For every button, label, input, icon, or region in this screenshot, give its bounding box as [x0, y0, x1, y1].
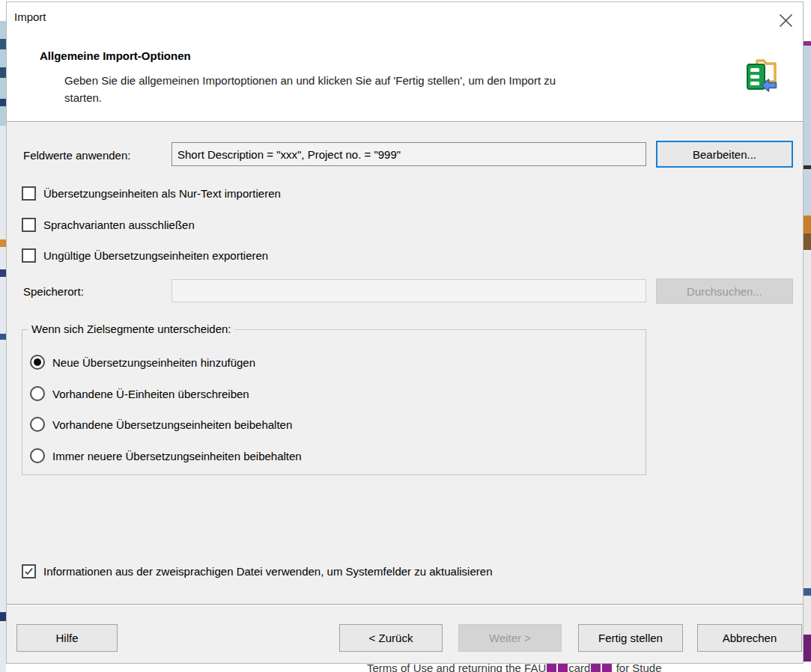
import-dialog: Import Allgemeine Import-Optionen Geben …	[6, 1, 804, 664]
purple-block-icon	[558, 664, 568, 672]
checkbox-unchecked-icon	[22, 218, 36, 232]
radio-add-new-tus[interactable]: Neue Übersetzungseinheiten hinzufügen	[30, 355, 255, 370]
radio-label: Vorhandene Ü-Einheiten überschreiben	[52, 388, 249, 400]
background-decoration	[804, 216, 811, 233]
cancel-button[interactable]: Abbrechen	[697, 624, 802, 652]
page-description-line: Geben Sie die allgemeinen Importoptionen…	[64, 72, 556, 89]
background-decoration	[804, 169, 811, 216]
page-description-line: starten.	[64, 89, 556, 106]
background-decoration	[0, 99, 6, 106]
background-decoration	[0, 334, 6, 340]
purple-block-icon	[591, 664, 601, 672]
background-left-strip	[0, 21, 6, 672]
background-decoration	[0, 269, 6, 277]
help-button[interactable]: Hilfe	[16, 624, 118, 652]
back-button[interactable]: < Zurück	[339, 624, 443, 652]
background-decoration	[804, 233, 811, 250]
location-input	[171, 279, 646, 302]
background-decoration	[0, 126, 6, 672]
page-title: Allgemeine Import-Optionen	[40, 49, 191, 62]
checkbox-import-plain-text[interactable]: Übersetzungseinheiten als Nur-Text impor…	[22, 186, 281, 201]
checkbox-unchecked-icon	[22, 248, 36, 263]
background-decoration	[0, 67, 6, 78]
footer-divider	[7, 604, 803, 605]
edit-button[interactable]: Bearbeiten...	[656, 141, 793, 168]
radio-unselected-icon	[30, 417, 45, 432]
background-decoration	[804, 46, 811, 165]
background-decoration	[0, 39, 6, 49]
radio-label: Immer neuere Übersetzungseinheiten beibe…	[52, 450, 302, 462]
screen: Terms of Use and returning the FAUcard f…	[0, 0, 811, 672]
checkbox-label: Übersetzungseinheiten als Nur-Text impor…	[43, 187, 281, 200]
purple-block-icon	[602, 664, 612, 672]
radio-unselected-icon	[30, 386, 45, 401]
radio-selected-icon	[30, 355, 45, 370]
close-icon	[779, 13, 793, 28]
close-button[interactable]	[776, 10, 795, 30]
radio-label: Neue Übersetzungseinheiten hinzufügen	[52, 356, 255, 369]
checkbox-label: Informationen aus der zweisprachigen Dat…	[43, 565, 492, 578]
background-decoration	[804, 588, 811, 596]
background-decoration	[804, 0, 811, 41]
location-label: Speicherort:	[23, 285, 84, 298]
checkbox-unchecked-icon	[22, 186, 36, 201]
window-title: Import	[14, 10, 46, 23]
checkbox-use-bilingual-info[interactable]: Informationen aus der zweisprachigen Dat…	[22, 564, 492, 578]
background-decoration	[0, 239, 6, 247]
dialog-header: Import Allgemeine Import-Optionen Geben …	[7, 2, 803, 121]
groupbox-legend: Wenn sich Zielsegmente unterscheiden:	[28, 323, 235, 335]
checkbox-export-invalid-tus[interactable]: Ungültige Übersetzungseinheiten exportie…	[22, 248, 268, 263]
checkbox-checked-icon	[22, 564, 36, 578]
checkbox-exclude-language-variants[interactable]: Sprachvarianten ausschließen	[22, 218, 195, 232]
radio-label: Vorhandene Übersetzungseinheiten beibeha…	[52, 418, 292, 431]
field-values-input[interactable]: Short Description = "xxx", Project no. =…	[171, 142, 646, 166]
page-description: Geben Sie die allgemeinen Importoptionen…	[64, 72, 556, 106]
purple-block-icon	[547, 664, 556, 672]
radio-overwrite-existing-tus[interactable]: Vorhandene Ü-Einheiten überschreiben	[30, 386, 249, 401]
background-right-strip	[804, 0, 811, 672]
finish-button[interactable]: Fertig stellen	[578, 624, 683, 652]
field-values-label: Feldwerte anwenden:	[23, 149, 130, 162]
checkbox-label: Sprachvarianten ausschließen	[43, 219, 195, 231]
import-tm-icon	[746, 56, 777, 97]
target-segments-groupbox: Wenn sich Zielsegmente unterscheiden: Ne…	[22, 329, 646, 475]
background-decoration	[0, 612, 6, 621]
next-button: Weiter >	[458, 624, 562, 652]
browse-button: Durchsuchen...	[656, 278, 793, 304]
header-divider	[7, 121, 803, 123]
checkbox-label: Ungültige Übersetzungseinheiten exportie…	[43, 249, 268, 262]
radio-keep-existing-tus[interactable]: Vorhandene Übersetzungseinheiten beibeha…	[30, 417, 292, 432]
radio-keep-most-recent-tus[interactable]: Immer neuere Übersetzungseinheiten beibe…	[30, 448, 302, 463]
radio-unselected-icon	[30, 448, 45, 463]
